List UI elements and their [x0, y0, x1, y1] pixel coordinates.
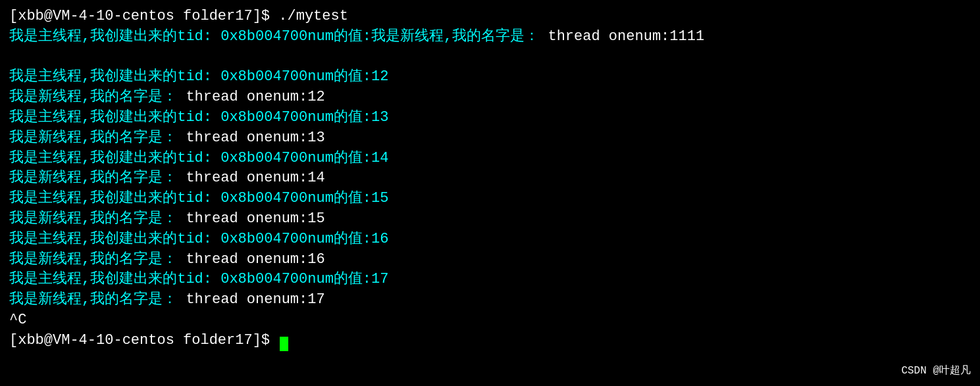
interrupt-line: ^C — [9, 310, 971, 331]
new-thread-14-name: thread onenum:14 — [177, 170, 324, 186]
output-line-13: 我是新线程,我的名字是： thread onenum:17 — [9, 290, 971, 310]
output-line-6: 我是主线程,我创建出来的tid: 0x8b004700num的值:14 — [9, 149, 971, 169]
main-thread-tid-line-1: 我是主线程,我创建出来的tid: 0x8b004700num的值:我是新线程,我… — [9, 28, 539, 45]
output-line-8: 我是主线程,我创建出来的tid: 0x8b004700num的值:15 — [9, 189, 971, 209]
output-line-10: 我是主线程,我创建出来的tid: 0x8b004700num的值:16 — [9, 229, 971, 250]
output-line-5: 我是新线程,我的名字是： thread onenum:13 — [9, 128, 971, 149]
new-thread-16-prefix: 我是新线程,我的名字是： — [9, 251, 177, 268]
new-thread-13-name: thread onenum:13 — [177, 130, 324, 146]
main-thread-13: 我是主线程,我创建出来的tid: 0x8b004700num的值:13 — [9, 109, 388, 126]
main-thread-16: 我是主线程,我创建出来的tid: 0x8b004700num的值:16 — [9, 231, 388, 247]
command-line: [xbb@VM-4-10-centos folder17]$ ./mytest — [9, 7, 971, 27]
command: ./mytest — [278, 8, 348, 24]
watermark: CSDN @叶超凡 — [901, 364, 971, 378]
new-thread-16-name: thread onenum:16 — [177, 251, 324, 268]
empty-line — [9, 47, 971, 68]
new-thread-12-name: thread onenum:12 — [177, 89, 324, 105]
thread-name-line-1: thread onenum:1111 — [539, 28, 704, 45]
cursor — [280, 337, 288, 351]
terminal: [xbb@VM-4-10-centos folder17]$ ./mytest … — [0, 0, 980, 386]
new-thread-15-name: thread onenum:15 — [177, 210, 324, 227]
output-line-11: 我是新线程,我的名字是： thread onenum:16 — [9, 250, 971, 270]
main-thread-15: 我是主线程,我创建出来的tid: 0x8b004700num的值:15 — [9, 190, 388, 206]
new-thread-15-prefix: 我是新线程,我的名字是： — [9, 210, 177, 227]
output-line-3: 我是新线程,我的名字是： thread onenum:12 — [9, 87, 971, 108]
new-thread-12-prefix: 我是新线程,我的名字是： — [9, 89, 177, 105]
final-prompt: [xbb@VM-4-10-centos folder17]$ — [9, 332, 278, 349]
output-line-12: 我是主线程,我创建出来的tid: 0x8b004700num的值:17 — [9, 270, 971, 290]
new-thread-14-prefix: 我是新线程,我的名字是： — [9, 170, 177, 186]
output-line-2: 我是主线程,我创建出来的tid: 0x8b004700num的值:12 — [9, 67, 971, 87]
main-thread-17: 我是主线程,我创建出来的tid: 0x8b004700num的值:17 — [9, 271, 388, 287]
output-line-7: 我是新线程,我的名字是： thread onenum:14 — [9, 168, 971, 189]
output-line-1: 我是主线程,我创建出来的tid: 0x8b004700num的值:我是新线程,我… — [9, 27, 971, 47]
main-thread-12: 我是主线程,我创建出来的tid: 0x8b004700num的值:12 — [9, 68, 388, 85]
new-thread-17-name: thread onenum:17 — [177, 291, 324, 308]
prompt: [xbb@VM-4-10-centos folder17]$ — [9, 8, 278, 24]
new-thread-13-prefix: 我是新线程,我的名字是： — [9, 130, 177, 146]
output-line-9: 我是新线程,我的名字是： thread onenum:15 — [9, 209, 971, 229]
main-thread-14: 我是主线程,我创建出来的tid: 0x8b004700num的值:14 — [9, 150, 388, 166]
new-thread-17-prefix: 我是新线程,我的名字是： — [9, 291, 177, 308]
final-prompt-line: [xbb@VM-4-10-centos folder17]$ — [9, 331, 971, 351]
output-line-4: 我是主线程,我创建出来的tid: 0x8b004700num的值:13 — [9, 108, 971, 128]
